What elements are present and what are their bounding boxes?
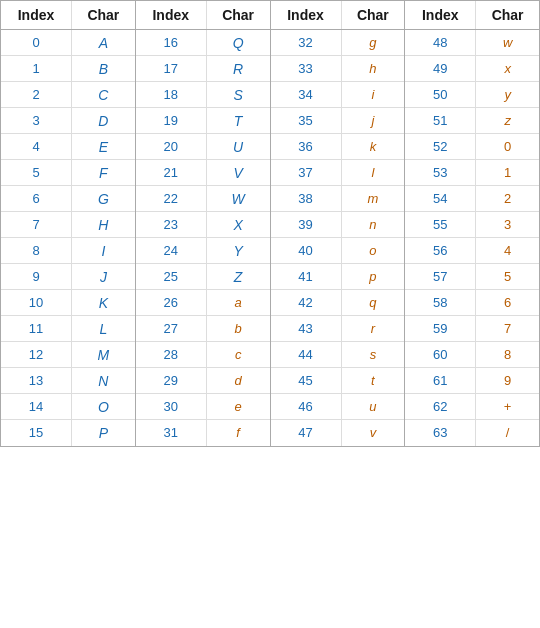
index-cell: 43 — [271, 316, 342, 342]
char-cell: v — [341, 420, 404, 446]
index-cell: 37 — [271, 160, 342, 186]
table-row: 597 — [405, 316, 539, 342]
table-row: 8I — [1, 238, 135, 264]
index-cell: 49 — [405, 56, 476, 82]
table-row: 44s — [271, 342, 405, 368]
char-cell: + — [476, 394, 539, 420]
index-cell: 33 — [271, 56, 342, 82]
char-cell: b — [206, 316, 269, 342]
index-cell: 61 — [405, 368, 476, 394]
column-section-1: IndexChar16Q17R18S19T20U21V22W23X24Y25Z2… — [136, 1, 271, 446]
table-row: 63/ — [405, 420, 539, 446]
index-cell: 18 — [136, 82, 207, 108]
table-row: 36k — [271, 134, 405, 160]
char-cell: x — [476, 56, 539, 82]
index-cell: 48 — [405, 30, 476, 56]
table-row: 19T — [136, 108, 270, 134]
index-cell: 47 — [271, 420, 342, 446]
char-cell: 5 — [476, 264, 539, 290]
index-cell: 59 — [405, 316, 476, 342]
table-row: 45t — [271, 368, 405, 394]
char-cell: 1 — [476, 160, 539, 186]
index-cell: 50 — [405, 82, 476, 108]
table-row: 49x — [405, 56, 539, 82]
table-row: 31f — [136, 420, 270, 446]
inner-table-1: IndexChar16Q17R18S19T20U21V22W23X24Y25Z2… — [136, 1, 270, 446]
table-row: 542 — [405, 186, 539, 212]
char-cell: D — [72, 108, 135, 134]
char-cell: F — [72, 160, 135, 186]
col-header-char: Char — [206, 1, 269, 30]
char-cell: 6 — [476, 290, 539, 316]
char-cell: g — [341, 30, 404, 56]
char-cell: 0 — [476, 134, 539, 160]
table-row: 15P — [1, 420, 135, 446]
char-cell: G — [72, 186, 135, 212]
table-row: 0A — [1, 30, 135, 56]
char-cell: U — [206, 134, 269, 160]
table-row: 35j — [271, 108, 405, 134]
index-cell: 20 — [136, 134, 207, 160]
table-row: 564 — [405, 238, 539, 264]
index-cell: 31 — [136, 420, 207, 446]
table-row: 608 — [405, 342, 539, 368]
col-header-index: Index — [405, 1, 476, 30]
index-cell: 52 — [405, 134, 476, 160]
col-header-char: Char — [72, 1, 135, 30]
index-cell: 32 — [271, 30, 342, 56]
table-row: 24Y — [136, 238, 270, 264]
table-row: 43r — [271, 316, 405, 342]
inner-table-3: IndexChar48w49x50y51z5205315425535645755… — [405, 1, 539, 446]
index-cell: 35 — [271, 108, 342, 134]
char-cell: N — [72, 368, 135, 394]
char-cell: W — [206, 186, 269, 212]
index-cell: 34 — [271, 82, 342, 108]
char-cell: V — [206, 160, 269, 186]
table-row: 9J — [1, 264, 135, 290]
table-row: 16Q — [136, 30, 270, 56]
table-row: 7H — [1, 212, 135, 238]
index-cell: 30 — [136, 394, 207, 420]
table-row: 28c — [136, 342, 270, 368]
char-cell: q — [341, 290, 404, 316]
char-cell: H — [72, 212, 135, 238]
index-cell: 63 — [405, 420, 476, 446]
char-cell: E — [72, 134, 135, 160]
col-header-index: Index — [1, 1, 72, 30]
inner-table-0: IndexChar0A1B2C3D4E5F6G7H8I9J10K11L12M13… — [1, 1, 135, 446]
index-cell: 54 — [405, 186, 476, 212]
index-cell: 14 — [1, 394, 72, 420]
table-row: 586 — [405, 290, 539, 316]
index-cell: 28 — [136, 342, 207, 368]
index-cell: 40 — [271, 238, 342, 264]
index-cell: 60 — [405, 342, 476, 368]
table-row: 575 — [405, 264, 539, 290]
char-cell: L — [72, 316, 135, 342]
index-cell: 41 — [271, 264, 342, 290]
table-row: 531 — [405, 160, 539, 186]
index-cell: 8 — [1, 238, 72, 264]
table-row: 619 — [405, 368, 539, 394]
char-cell: 3 — [476, 212, 539, 238]
index-cell: 55 — [405, 212, 476, 238]
index-cell: 12 — [1, 342, 72, 368]
table-row: 41p — [271, 264, 405, 290]
char-cell: w — [476, 30, 539, 56]
table-row: 50y — [405, 82, 539, 108]
index-cell: 57 — [405, 264, 476, 290]
table-row: 1B — [1, 56, 135, 82]
char-cell: 9 — [476, 368, 539, 394]
table-row: 10K — [1, 290, 135, 316]
index-cell: 46 — [271, 394, 342, 420]
col-header-char: Char — [476, 1, 539, 30]
index-cell: 38 — [271, 186, 342, 212]
index-cell: 11 — [1, 316, 72, 342]
table-row: 33h — [271, 56, 405, 82]
char-cell: Z — [206, 264, 269, 290]
char-cell: C — [72, 82, 135, 108]
char-cell: O — [72, 394, 135, 420]
index-cell: 15 — [1, 420, 72, 446]
table-row: 553 — [405, 212, 539, 238]
index-cell: 45 — [271, 368, 342, 394]
char-cell: u — [341, 394, 404, 420]
